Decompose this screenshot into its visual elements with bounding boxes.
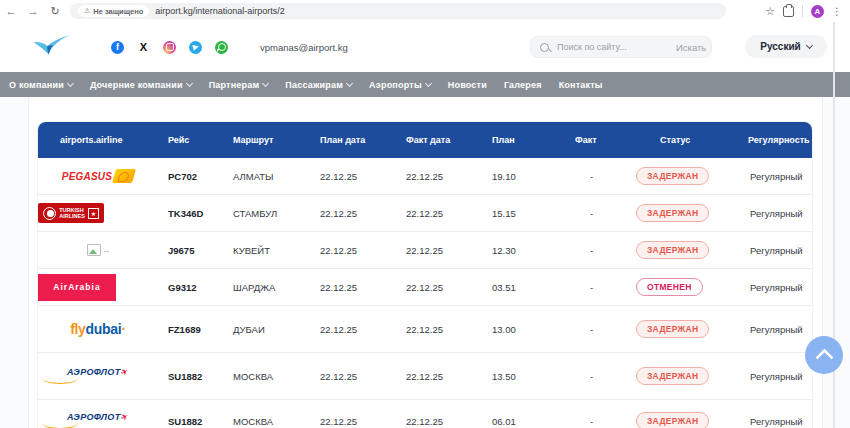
fact-date: 22.12.25 <box>398 208 484 219</box>
pegasus-logo: PEGASUS <box>38 169 158 183</box>
flight-row: TURKISHAIRLINES★TK346DСТАМБУЛ22.12.2522.… <box>38 194 812 231</box>
broken-image-icon <box>87 244 101 256</box>
wing-icon: ✈ <box>120 412 131 423</box>
site-search: Искать <box>530 36 712 58</box>
status-badge: ЗАДЕРЖАН <box>636 320 709 338</box>
main-navigation: О компанииДочерние компанииПартнерамПасс… <box>0 72 850 97</box>
plan-date: 22.12.25 <box>312 171 398 182</box>
browser-toolbar: ← → ↻ ⚠ Не защищено airport.kg/internati… <box>0 0 850 23</box>
aeroflot-logo: АЭРОФЛОТ✈ <box>38 413 158 428</box>
nav-item-label: Партнерам <box>209 80 260 90</box>
plan-date: 22.12.25 <box>312 371 398 382</box>
regularity: Регулярный <box>734 324 812 335</box>
plan-time: 13.50 <box>484 371 566 382</box>
security-chip[interactable]: ⚠ Не защищено <box>78 5 149 17</box>
route: МОСКВА <box>226 416 312 427</box>
bookmark-star-icon[interactable]: ☆ <box>765 5 775 18</box>
status-cell: ЗАДЕРЖАН <box>636 204 734 222</box>
fact-time: - <box>566 208 636 219</box>
browser-back-button[interactable]: ← <box>0 0 22 22</box>
address-bar[interactable]: ⚠ Не защищено airport.kg/international-a… <box>70 3 726 19</box>
flight-row: --J9675КУВЕЙТ22.12.2522.12.2512.30-ЗАДЕР… <box>38 231 812 268</box>
nav-item-6[interactable]: Галерея <box>504 80 542 90</box>
status-cell: ЗАДЕРЖАН <box>636 167 734 185</box>
column-header-airline: airports.airline <box>38 135 158 145</box>
fact-time: - <box>566 416 636 427</box>
broken-image-alt: -- <box>104 246 109 255</box>
plan-time: 06.01 <box>484 416 566 427</box>
browser-toolbar-right: ☆ A ⋮ <box>765 5 850 18</box>
fact-date: 22.12.25 <box>398 245 484 256</box>
route: СТАМБУЛ <box>226 208 312 219</box>
table-header-row: airports.airline Рейс Маршрут План дата … <box>38 122 812 158</box>
plan-date: 22.12.25 <box>312 324 398 335</box>
nav-item-1[interactable]: Дочерние компании <box>90 80 192 90</box>
route: МОСКВА <box>226 371 312 382</box>
whatsapp-icon[interactable] <box>215 41 228 54</box>
fact-date: 22.12.25 <box>398 282 484 293</box>
aeroflot-wordmark: АЭРОФЛОТ <box>67 368 120 377</box>
aeroflot-logo: АЭРОФЛОТ✈ <box>38 368 158 384</box>
extensions-icon[interactable] <box>783 6 794 17</box>
status-badge: ЗАДЕРЖАН <box>636 204 709 222</box>
browser-menu-icon[interactable]: ⋮ <box>832 6 842 17</box>
aeroflot-arc-icon <box>42 423 78 428</box>
route: КУВЕЙТ <box>226 245 312 256</box>
airport-logo[interactable] <box>33 33 73 61</box>
column-header-plan-time: План <box>484 135 566 145</box>
nav-item-0[interactable]: О компании <box>9 80 73 90</box>
status-badge: ЗАДЕРЖАН <box>636 241 709 259</box>
search-input[interactable] <box>555 41 676 53</box>
plan-time: 15.15 <box>484 208 566 219</box>
flight-row: flydubai·FZ1689ДУБАИ22.12.2522.12.2513.0… <box>38 305 812 352</box>
search-submit-button[interactable]: Искать <box>676 42 706 53</box>
flydubai-logo: flydubai· <box>38 321 158 337</box>
profile-avatar[interactable]: A <box>811 5 824 18</box>
airarabia-logo: AirArabia <box>38 274 116 301</box>
browser-forward-button[interactable]: → <box>22 0 44 22</box>
chevron-down-icon <box>186 80 193 87</box>
page-right-gutter <box>822 97 850 428</box>
telegram-icon[interactable] <box>189 41 202 54</box>
flight-row: АЭРОФЛОТ✈SU1882МОСКВА22.12.2522.12.2513.… <box>38 352 812 399</box>
flight-row: АЭРОФЛОТ✈SU1882МОСКВА22.12.2522.12.2506.… <box>38 399 812 428</box>
facebook-icon[interactable]: f <box>111 41 124 54</box>
instagram-icon[interactable] <box>163 41 176 54</box>
browser-reload-button[interactable]: ↻ <box>44 0 66 22</box>
nav-item-label: Контакты <box>559 80 603 90</box>
nav-item-7[interactable]: Контакты <box>559 80 603 90</box>
flights-table: airports.airline Рейс Маршрут План дата … <box>38 122 812 428</box>
route: ДУБАИ <box>226 324 312 335</box>
nav-item-4[interactable]: Аэропорты <box>369 80 431 90</box>
status-cell: ЗАДЕРЖАН <box>636 320 734 338</box>
site-header: f X vpmanas@airport.kg Искать Русский <box>0 22 850 72</box>
column-header-route: Маршрут <box>226 135 312 145</box>
plan-time: 19.10 <box>484 171 566 182</box>
nav-item-5[interactable]: Новости <box>448 80 487 90</box>
regularity: Регулярный <box>734 282 812 293</box>
nav-item-3[interactable]: Пассажирам <box>285 80 352 90</box>
social-links: f X <box>111 41 228 54</box>
fact-time: - <box>566 171 636 182</box>
status-badge: ЗАДЕРЖАН <box>636 412 709 428</box>
contact-email[interactable]: vpmanas@airport.kg <box>260 42 348 53</box>
pegasus-flag-icon <box>112 169 136 183</box>
toolbar-divider <box>802 5 803 17</box>
flight-number: SU1882 <box>158 416 226 427</box>
flight-number: SU1882 <box>158 371 226 382</box>
scroll-to-top-button[interactable] <box>805 336 843 374</box>
nav-item-2[interactable]: Партнерам <box>209 80 269 90</box>
x-icon[interactable]: X <box>137 41 150 54</box>
flight-number: G9312 <box>158 282 226 293</box>
column-header-flight: Рейс <box>158 135 226 145</box>
browser-window: ← → ↻ ⚠ Не защищено airport.kg/internati… <box>0 0 850 428</box>
aeroflot-wordmark: АЭРОФЛОТ <box>67 413 120 422</box>
search-icon <box>540 43 549 52</box>
plan-time: 12.30 <box>484 245 566 256</box>
aeroflot-arc-icon <box>42 378 78 384</box>
nav-item-label: Новости <box>448 80 487 90</box>
fact-date: 22.12.25 <box>398 416 484 427</box>
status-cell: ЗАДЕРЖАН <box>636 241 734 259</box>
language-selector[interactable]: Русский <box>745 35 827 58</box>
plan-time: 03.51 <box>484 282 566 293</box>
